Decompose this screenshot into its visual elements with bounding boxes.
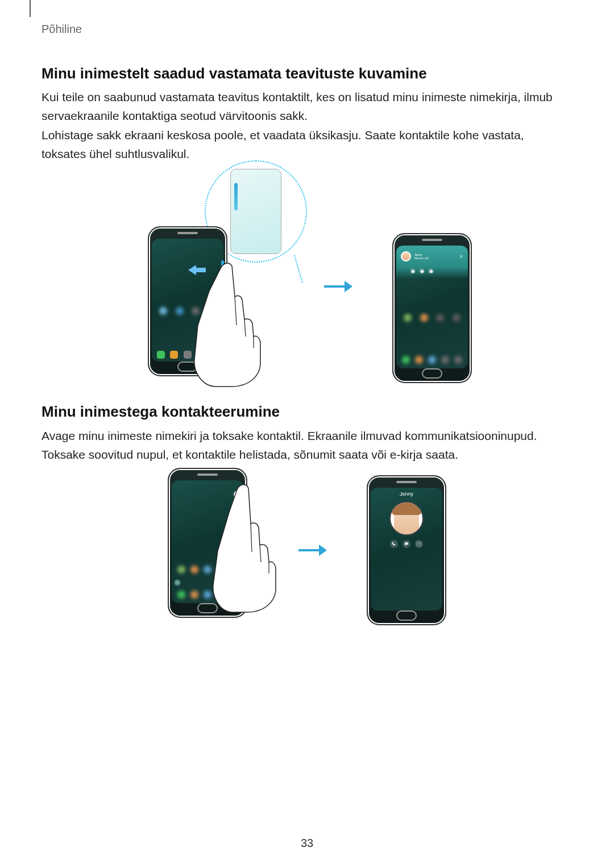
page-number: 33 [0, 837, 614, 850]
callout-leader-2 [294, 255, 303, 283]
phone-screen-notification: Jenny Missed call ✕ [396, 246, 468, 368]
home-icon-blur [190, 591, 198, 599]
breadcrumb: Põhiline [42, 23, 82, 36]
figure-missed-notifications: Jenny Missed call ✕ [0, 160, 614, 390]
home-icon-blur [177, 591, 185, 599]
notification-status: Missed call [414, 256, 429, 260]
contact-actions-row [390, 540, 423, 548]
email-icon[interactable] [415, 540, 423, 548]
arrow-right-icon [324, 281, 358, 292]
home-icon-blur [436, 314, 444, 322]
notification-text: Jenny Missed call [414, 253, 429, 260]
contact-name-label: Jenny [400, 491, 413, 497]
home-icon-blur [402, 356, 410, 364]
home-icon-blur [420, 314, 428, 322]
figure-contact-people: Jenny [0, 468, 614, 633]
section1-heading: Minu inimestelt saadud vastamata teavitu… [42, 65, 427, 82]
section1-paragraph-1: Kui teile on saabunud vastamata teavitus… [42, 88, 553, 125]
section2-heading: Minu inimestega kontakteerumine [42, 403, 280, 421]
call-icon[interactable] [410, 268, 416, 274]
arrow-right-icon [298, 545, 333, 556]
app-phone-icon [157, 351, 165, 359]
section2-paragraph-1: Avage minu inimeste nimekiri ja toksake … [42, 427, 576, 464]
figure1-left-group [142, 160, 290, 390]
email-icon[interactable] [428, 268, 434, 274]
message-icon[interactable] [403, 540, 410, 548]
home-icon-blur [441, 356, 449, 364]
home-icon-blur [404, 314, 412, 322]
gear-icon[interactable] [174, 579, 181, 586]
home-icon-blur [190, 566, 198, 574]
home-icon-blur [454, 356, 462, 364]
phone-illustration-contact: Jenny [367, 475, 446, 625]
home-icon-blur [177, 566, 185, 574]
home-icon-blur [453, 314, 460, 322]
edge-tab-indicator [234, 183, 238, 210]
section-rule [30, 0, 31, 17]
hand-tap-illustration [202, 479, 293, 616]
phone-screen-contact-detail: Jenny [371, 488, 442, 610]
close-icon[interactable]: ✕ [459, 254, 463, 259]
notification-actions-row [396, 267, 468, 279]
home-icon-blur [415, 356, 423, 364]
phone-illustration-right: Jenny Missed call ✕ [392, 233, 472, 383]
notification-panel: Jenny Missed call ✕ [396, 246, 468, 267]
figure2-left-group [168, 468, 264, 633]
call-icon[interactable] [390, 540, 398, 548]
home-icon-blur [159, 307, 167, 315]
avatar-large [389, 501, 424, 535]
section1-paragraph-2: Lohistage sakk ekraani keskosa poole, et… [42, 126, 553, 163]
home-icon-blur [428, 356, 436, 364]
callout-phone-edge [230, 169, 281, 254]
hand-drag-illustration [169, 246, 283, 388]
avatar [401, 251, 411, 261]
message-icon[interactable] [419, 268, 425, 274]
